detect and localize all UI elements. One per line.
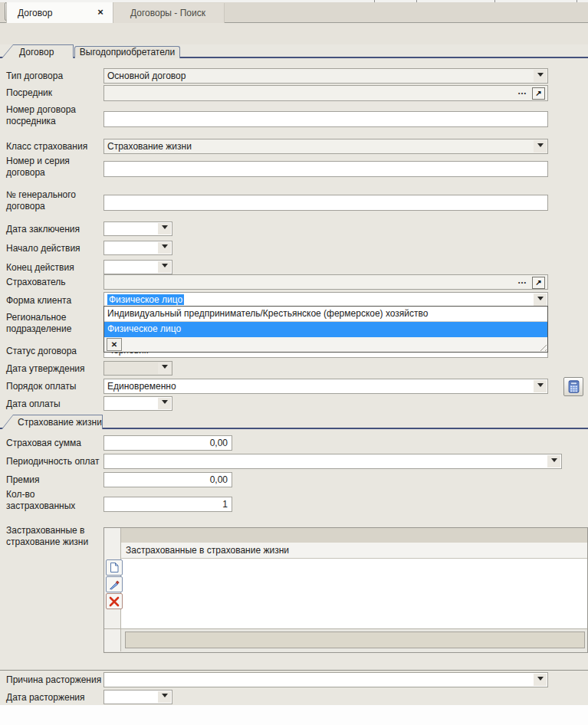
start-date-picker[interactable]	[103, 241, 172, 255]
insured-count-label: Кол-во застрахованных	[6, 489, 104, 512]
dropdown-arrow-icon[interactable]	[534, 294, 547, 306]
window-tab-contract[interactable]: Договор ×	[6, 2, 113, 23]
termination-date-picker[interactable]	[103, 690, 172, 704]
insured-sum-value: 0,00	[210, 438, 228, 448]
contract-type-label: Тип договора	[6, 71, 104, 82]
tab-life-insurance-label: Страхование жизни	[18, 417, 102, 428]
insured-table: Застрахованные в страхование жизни	[103, 527, 588, 653]
dropdown-option[interactable]: Индивидуальный предприниматель/Крестьянс…	[104, 307, 547, 322]
dropdown-arrow-icon[interactable]	[534, 674, 547, 686]
dropdown-arrow-icon[interactable]	[534, 380, 547, 392]
payment-frequency-combo[interactable]	[103, 454, 562, 469]
termination-reason-label: Причина расторжения	[6, 674, 104, 686]
premium-input[interactable]: 0,00	[103, 472, 232, 487]
payment-schedule-button[interactable]	[563, 377, 583, 396]
termination-reason-combo[interactable]	[103, 672, 548, 687]
tab-life-insurance[interactable]: Страхование жизни	[2, 415, 103, 429]
new-page-icon	[109, 562, 120, 573]
open-record-icon[interactable]: ↗	[532, 277, 545, 289]
dropdown-arrow-icon[interactable]	[158, 223, 171, 235]
intermediary-label: Посредник	[6, 87, 104, 99]
edit-row-button[interactable]	[106, 576, 123, 592]
contract-number-series-label: Номер и серия договора	[6, 156, 104, 179]
insured-sum-input[interactable]: 0,00	[103, 435, 232, 451]
dropdown-arrow-icon[interactable]	[547, 455, 560, 467]
window-tab-label: Договор	[18, 8, 52, 18]
approval-date-picker[interactable]	[103, 361, 172, 376]
dropdown-arrow-icon[interactable]	[158, 261, 171, 273]
tab-beneficiaries[interactable]: Выгодоприобретатели	[74, 46, 180, 58]
add-row-button[interactable]	[106, 559, 123, 576]
close-icon[interactable]: ×	[94, 6, 107, 18]
tab-contract[interactable]: Договор	[2, 44, 74, 58]
end-date-picker[interactable]	[103, 260, 172, 274]
section-divider	[0, 670, 588, 671]
policyholder-label: Страхователь	[6, 277, 104, 288]
ellipsis-icon[interactable]: …	[517, 275, 527, 286]
start-date-label: Начало действия	[6, 243, 104, 254]
toolbar	[0, 23, 588, 44]
intermediary-number-label: Номер договора посредника	[6, 104, 104, 127]
dropdown-arrow-icon[interactable]	[158, 398, 171, 409]
payment-order-label: Порядок оплаты	[6, 381, 104, 392]
tab-contract-label: Договор	[19, 47, 54, 57]
clear-selection-icon[interactable]: ✕	[107, 338, 122, 351]
insurance-class-combo[interactable]: Страхование жизни	[103, 139, 548, 154]
scrollbar-corner	[104, 629, 121, 651]
client-form-label: Форма клиента	[6, 295, 104, 307]
payment-date-label: Дата оплаты	[6, 399, 104, 410]
approval-date-label: Дата утверждения	[6, 363, 104, 375]
red-x-icon	[109, 596, 120, 607]
table-horizontal-scrollbar[interactable]	[104, 628, 587, 652]
insured-count-input[interactable]: 1	[103, 497, 232, 512]
insured-count-value: 1	[222, 499, 228, 510]
client-form-combo[interactable]: Физическое лицо	[103, 292, 548, 307]
contract-window: Договор × Договоры - Поиск	[0, 0, 588, 725]
conclusion-date-picker[interactable]	[103, 221, 172, 236]
pencil-icon	[109, 579, 120, 590]
table-band-row	[121, 528, 587, 543]
payment-order-value: Единовременно	[107, 381, 532, 392]
dropdown-footer: ✕	[104, 337, 547, 352]
dropdown-arrow-icon[interactable]	[534, 140, 547, 153]
premium-value: 0,00	[210, 474, 228, 485]
open-record-icon[interactable]: ↗	[532, 87, 545, 100]
contract-status-label: Статус договора	[6, 346, 104, 357]
contract-type-combo[interactable]: Основной договор	[103, 68, 548, 84]
resize-grip-icon[interactable]	[537, 342, 547, 351]
regional-division-label: Региональное подразделение	[6, 312, 104, 335]
termination-date-label: Дата расторжения	[6, 692, 104, 704]
insured-sum-label: Страховая сумма	[6, 438, 104, 449]
scrollbar-thumb[interactable]	[125, 632, 585, 648]
payment-frequency-label: Периодичность оплат	[6, 456, 104, 467]
insured-table-label: Застрахованные в страхование жизни	[6, 525, 104, 548]
contract-type-value: Основной договор	[107, 71, 532, 81]
table-column-header[interactable]: Застрахованные в страхование жизни	[121, 543, 587, 559]
dropdown-option-selected[interactable]: Физическое лицо	[104, 322, 547, 337]
dropdown-arrow-icon	[158, 362, 171, 374]
premium-label: Премия	[6, 474, 104, 486]
bottom-area	[0, 705, 588, 725]
calculator-icon	[568, 380, 580, 393]
payment-order-combo[interactable]: Единовременно	[103, 379, 548, 394]
general-contract-number-label: № генерального договора	[6, 189, 104, 212]
client-form-dropdown: Индивидуальный предприниматель/Крестьянс…	[103, 306, 548, 353]
delete-row-button[interactable]	[106, 593, 123, 609]
payment-date-picker[interactable]	[103, 396, 172, 411]
intermediary-lookup[interactable]: … ↗	[103, 85, 548, 101]
insurance-class-value: Страхование жизни	[107, 141, 532, 152]
client-form-value: Физическое лицо	[107, 294, 184, 305]
contract-number-series-input[interactable]	[103, 161, 548, 177]
general-contract-number-input[interactable]	[103, 195, 548, 211]
ellipsis-icon[interactable]: …	[517, 86, 527, 97]
dropdown-arrow-icon[interactable]	[534, 70, 547, 82]
dropdown-arrow-icon[interactable]	[158, 691, 171, 703]
table-body[interactable]	[121, 559, 587, 629]
intermediary-number-input[interactable]	[103, 111, 548, 127]
conclusion-date-label: Дата заключения	[6, 224, 104, 235]
window-tab-contracts-search[interactable]: Договоры - Поиск	[112, 3, 225, 23]
dropdown-arrow-icon[interactable]	[158, 242, 171, 254]
policyholder-lookup[interactable]: … ↗	[103, 274, 548, 290]
end-date-label: Конец действия	[6, 262, 104, 274]
insurance-class-label: Класс страхования	[6, 141, 104, 153]
